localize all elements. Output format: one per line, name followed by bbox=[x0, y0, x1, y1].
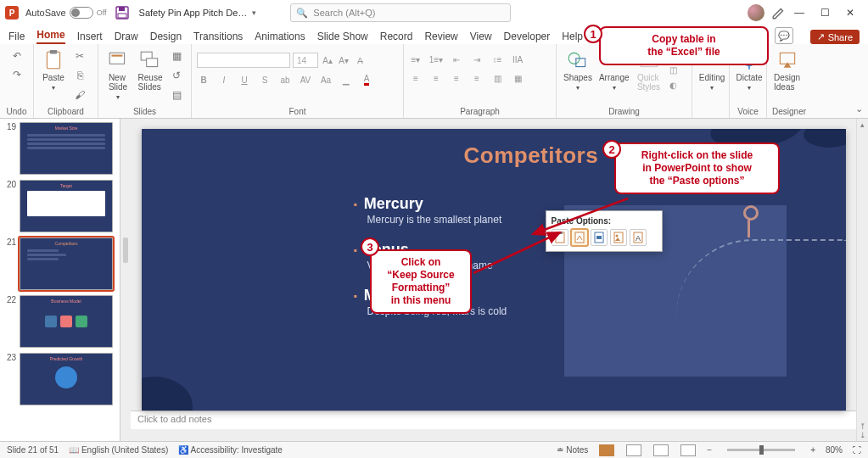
new-slide-button[interactable]: New Slide▾ bbox=[104, 47, 132, 103]
cut-button[interactable]: ✂ bbox=[71, 47, 88, 64]
decorative-blob bbox=[804, 129, 846, 148]
comments-button[interactable]: 💬 bbox=[775, 27, 793, 44]
decrease-font-button[interactable]: A▾ bbox=[337, 53, 350, 67]
collapse-ribbon-button[interactable]: ⌄ bbox=[855, 103, 863, 114]
tab-animations[interactable]: Animations bbox=[255, 31, 305, 44]
notes-pane[interactable]: Click to add notes bbox=[131, 411, 856, 429]
bold-button[interactable]: B bbox=[197, 73, 210, 87]
line-spacing-button[interactable]: ↕≡ bbox=[490, 53, 504, 66]
scroll-up-icon[interactable]: ▴ bbox=[860, 120, 865, 129]
document-name[interactable]: Safety Pin App Pitch De… bbox=[139, 8, 248, 18]
accessibility-status[interactable]: ♿ Accessibility: Investigate bbox=[178, 445, 283, 455]
copy-button[interactable]: ⎘ bbox=[71, 67, 88, 84]
slide-title[interactable]: Competitors bbox=[464, 142, 599, 169]
tab-view[interactable]: View bbox=[470, 31, 492, 44]
thumbnail-21[interactable]: 21 Competitors bbox=[4, 237, 115, 290]
zoom-in-button[interactable]: + bbox=[810, 445, 815, 455]
tab-draw[interactable]: Draw bbox=[115, 31, 138, 44]
autosave-toggle[interactable]: AutoSave Off bbox=[25, 7, 107, 19]
change-case-button[interactable]: Aa bbox=[319, 73, 333, 87]
text-direction-button[interactable]: IIA bbox=[511, 53, 524, 66]
align-center-button[interactable]: ≡ bbox=[429, 71, 443, 85]
clear-formatting-button[interactable]: A̶ bbox=[353, 53, 367, 67]
sorter-view-button[interactable] bbox=[626, 444, 641, 456]
minimize-button[interactable]: — bbox=[787, 7, 812, 19]
zoom-slider[interactable] bbox=[727, 449, 795, 451]
maximize-button[interactable]: ☐ bbox=[812, 7, 837, 19]
shape-effects-button[interactable]: ◐ bbox=[667, 78, 680, 92]
section-button[interactable]: ▤ bbox=[168, 87, 185, 103]
design-ideas-button[interactable]: Design Ideas bbox=[772, 47, 802, 93]
bullets-button[interactable]: ≡▾ bbox=[409, 53, 423, 66]
tab-record[interactable]: Record bbox=[380, 31, 413, 44]
underline-button[interactable]: U bbox=[238, 73, 251, 87]
language-status[interactable]: 📖 English (United States) bbox=[69, 445, 168, 455]
font-color-button[interactable]: A bbox=[360, 73, 373, 87]
zoom-out-button[interactable]: − bbox=[707, 445, 712, 455]
increase-font-button[interactable]: A▴ bbox=[321, 53, 334, 67]
thumbnail-23[interactable]: 23 Predicted Growth bbox=[4, 353, 115, 405]
slideshow-view-button[interactable] bbox=[680, 444, 696, 456]
pen-mode-icon[interactable] bbox=[771, 5, 787, 20]
indent-left-button[interactable]: ⇤ bbox=[450, 53, 463, 66]
shapes-button[interactable]: Shapes▾ bbox=[562, 47, 594, 93]
thumbnail-20[interactable]: 20 Target bbox=[4, 180, 115, 232]
zoom-level[interactable]: 80% bbox=[826, 445, 843, 455]
tab-help[interactable]: Help bbox=[562, 31, 583, 44]
user-avatar[interactable] bbox=[748, 4, 764, 21]
next-slide-icon[interactable]: ⤓ bbox=[860, 431, 866, 439]
paste-text-only[interactable]: A bbox=[630, 229, 647, 246]
notes-toggle[interactable]: ≐ Notes bbox=[557, 445, 588, 455]
columns-button[interactable]: ▥ bbox=[490, 71, 504, 85]
tab-developer[interactable]: Developer bbox=[504, 31, 551, 44]
reset-button[interactable]: ↺ bbox=[168, 67, 185, 84]
reuse-slides-button[interactable]: Reuse Slides bbox=[136, 47, 165, 93]
tab-slideshow[interactable]: Slide Show bbox=[317, 31, 368, 44]
strikethrough-button[interactable]: S bbox=[258, 73, 272, 87]
font-size-dropdown[interactable]: 14 bbox=[293, 53, 318, 68]
paste-button[interactable]: Paste ▾ bbox=[39, 47, 68, 93]
layout-button[interactable]: ▦ bbox=[168, 47, 185, 64]
align-right-button[interactable]: ≡ bbox=[450, 71, 463, 85]
redo-button[interactable]: ↷ bbox=[8, 66, 25, 83]
tab-home[interactable]: Home bbox=[36, 29, 64, 44]
pane-splitter[interactable] bbox=[120, 119, 131, 441]
slide-thumbnails[interactable]: 19 Market Size 20 Target 21 Competitors … bbox=[0, 119, 120, 441]
tab-insert[interactable]: Insert bbox=[77, 31, 103, 44]
paste-use-destination-theme[interactable] bbox=[552, 229, 568, 246]
shadow-button[interactable]: ab bbox=[278, 73, 292, 87]
tab-design[interactable]: Design bbox=[150, 31, 182, 44]
toggle-switch[interactable] bbox=[70, 7, 93, 19]
paste-picture[interactable] bbox=[610, 229, 627, 246]
fit-to-window-button[interactable]: ⛶ bbox=[853, 445, 861, 455]
highlight-button[interactable]: ▁ bbox=[339, 73, 353, 87]
search-input[interactable]: 🔍 Search (Alt+Q) bbox=[290, 3, 511, 22]
align-left-button[interactable]: ≡ bbox=[409, 71, 423, 85]
indent-right-button[interactable]: ⇥ bbox=[470, 53, 484, 66]
format-painter-button[interactable]: 🖌 bbox=[71, 87, 88, 103]
tab-transitions[interactable]: Transitions bbox=[193, 31, 243, 44]
italic-button[interactable]: I bbox=[217, 73, 231, 87]
undo-button[interactable]: ↶ bbox=[8, 47, 25, 64]
save-icon[interactable] bbox=[115, 6, 129, 20]
svg-text:A: A bbox=[635, 234, 640, 243]
prev-slide-icon[interactable]: ⤒ bbox=[860, 422, 866, 431]
reading-view-button[interactable] bbox=[653, 444, 669, 456]
tab-file[interactable]: File bbox=[8, 31, 25, 44]
document-dropdown-icon[interactable]: ▾ bbox=[252, 8, 256, 17]
font-family-dropdown[interactable] bbox=[197, 53, 290, 68]
tab-review[interactable]: Review bbox=[424, 31, 457, 44]
vertical-scrollbar[interactable]: ▴ ⤒ ⤓ bbox=[856, 119, 868, 441]
normal-view-button[interactable] bbox=[599, 444, 614, 456]
paste-keep-source-formatting[interactable] bbox=[571, 229, 588, 246]
char-spacing-button[interactable]: AV bbox=[299, 73, 312, 87]
thumbnail-22[interactable]: 22 Business Model bbox=[4, 295, 115, 348]
slide-counter[interactable]: Slide 21 of 51 bbox=[7, 445, 59, 455]
paste-embed[interactable] bbox=[591, 229, 608, 246]
close-button[interactable]: ✕ bbox=[837, 7, 863, 19]
thumbnail-19[interactable]: 19 Market Size bbox=[4, 122, 115, 175]
numbering-button[interactable]: 1≡▾ bbox=[429, 53, 443, 66]
smartart-button[interactable]: ▦ bbox=[511, 71, 524, 85]
justify-button[interactable]: ≡ bbox=[470, 71, 484, 85]
share-button[interactable]: ↗Share bbox=[810, 30, 860, 44]
